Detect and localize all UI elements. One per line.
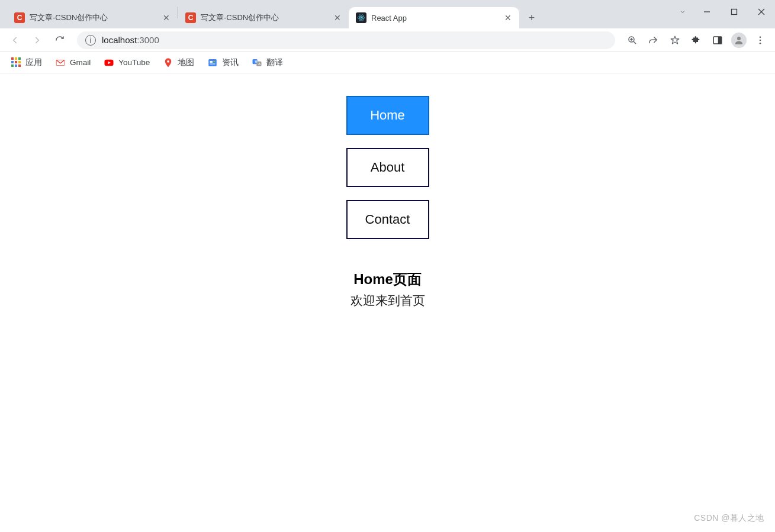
tab-search-button[interactable] — [672, 0, 693, 24]
svg-text:A: A — [259, 62, 261, 65]
svg-rect-13 — [718, 37, 722, 44]
svg-point-0 — [361, 17, 362, 18]
watermark: CSDN @暮人之地 — [694, 513, 764, 524]
nav-link-home[interactable]: Home — [346, 96, 429, 135]
csdn-favicon-icon: C — [185, 12, 196, 23]
nav-link-about[interactable]: About — [346, 148, 429, 187]
window-controls — [672, 0, 775, 24]
window-close-button[interactable] — [748, 0, 775, 24]
maps-icon — [163, 57, 173, 68]
bookmark-gmail[interactable]: Gmail — [50, 54, 95, 71]
bookmark-maps[interactable]: 地图 — [158, 54, 199, 71]
share-icon[interactable] — [644, 30, 664, 50]
bookmark-label: 地图 — [178, 57, 194, 68]
close-icon[interactable]: ✕ — [503, 12, 513, 23]
gmail-icon — [55, 57, 66, 68]
site-info-icon[interactable]: i — [85, 35, 96, 46]
bookmark-label: 资讯 — [222, 57, 239, 68]
bookmark-apps[interactable]: 应用 — [6, 54, 47, 71]
bookmarks-bar: 应用 Gmail YouTube 地图 资讯 文A 翻译 — [0, 52, 775, 73]
translate-icon: 文A — [252, 57, 262, 68]
svg-point-14 — [737, 37, 741, 40]
bookmark-youtube[interactable]: YouTube — [99, 54, 155, 71]
window-minimize-button[interactable] — [693, 0, 721, 24]
forward-button[interactable] — [27, 30, 47, 50]
browser-toolbar: i localhost:3000 — [0, 28, 775, 52]
tab-title: 写文章-CSDN创作中心 — [30, 12, 156, 23]
bookmark-news[interactable]: 资讯 — [202, 54, 243, 71]
browser-tab[interactable]: C 写文章-CSDN创作中心 ✕ — [7, 7, 178, 28]
tab-title: React App — [371, 14, 498, 22]
svg-point-15 — [760, 36, 761, 38]
svg-point-16 — [760, 39, 761, 41]
csdn-favicon-icon: C — [14, 12, 25, 23]
apps-grid-icon — [11, 57, 21, 68]
bookmark-label: 应用 — [25, 57, 42, 68]
bookmark-label: YouTube — [118, 58, 150, 67]
close-icon[interactable]: ✕ — [332, 12, 343, 23]
youtube-icon — [104, 57, 114, 68]
bookmark-label: 翻译 — [266, 57, 283, 68]
browser-tab[interactable]: C 写文章-CSDN创作中心 ✕ — [178, 7, 349, 28]
menu-kebab-icon[interactable] — [750, 30, 770, 50]
url-host: localhost:3000 — [102, 35, 159, 45]
browser-tabbar: C 写文章-CSDN创作中心 ✕ C 写文章-CSDN创作中心 ✕ React … — [0, 0, 775, 28]
back-button[interactable] — [5, 30, 25, 50]
address-bar[interactable]: i localhost:3000 — [77, 31, 615, 49]
page-heading: Home页面 — [353, 270, 422, 289]
side-panel-icon[interactable] — [708, 30, 728, 50]
new-tab-button[interactable]: + — [523, 9, 541, 27]
page-subtitle: 欢迎来到首页 — [350, 292, 425, 309]
tab-title: 写文章-CSDN创作中心 — [201, 12, 327, 23]
svg-rect-5 — [732, 9, 737, 15]
svg-point-17 — [760, 42, 761, 44]
nav-link-contact[interactable]: Contact — [346, 200, 429, 239]
svg-rect-22 — [210, 63, 216, 64]
profile-avatar[interactable] — [729, 30, 749, 50]
svg-rect-24 — [214, 62, 216, 62]
browser-tab-active[interactable]: React App ✕ — [349, 7, 519, 28]
page-viewport: Home About Contact Home页面 欢迎来到首页 — [0, 73, 775, 532]
avatar-icon — [731, 33, 747, 48]
bookmark-translate[interactable]: 文A 翻译 — [247, 54, 288, 71]
close-icon[interactable]: ✕ — [161, 12, 172, 23]
react-favicon-icon — [356, 12, 366, 23]
bookmark-star-icon[interactable] — [665, 30, 685, 50]
news-icon — [207, 57, 218, 68]
bookmark-label: Gmail — [70, 58, 91, 67]
zoom-icon[interactable] — [622, 30, 642, 50]
svg-rect-21 — [210, 61, 213, 63]
svg-point-19 — [167, 60, 169, 62]
window-maximize-button[interactable] — [721, 0, 748, 24]
svg-rect-23 — [214, 61, 216, 62]
svg-line-9 — [633, 41, 636, 44]
reload-button[interactable] — [50, 30, 70, 50]
extensions-icon[interactable] — [686, 30, 706, 50]
svg-text:文: 文 — [254, 60, 258, 63]
